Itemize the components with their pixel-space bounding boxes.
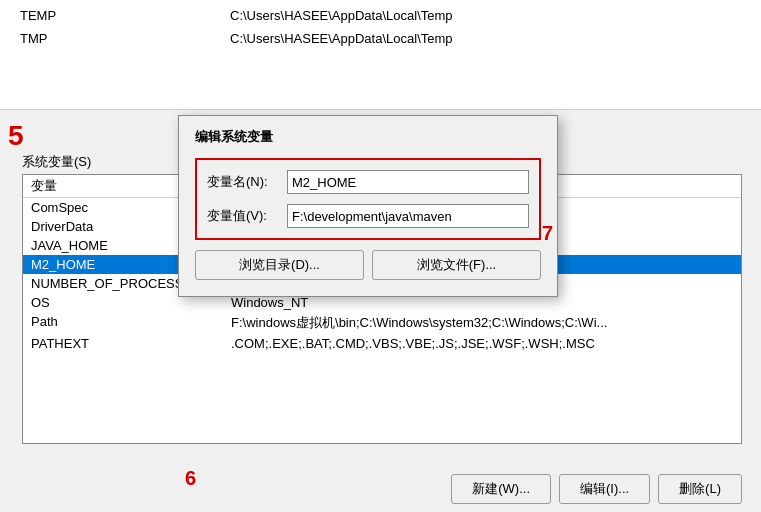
var-value-row: 变量值(V):: [207, 204, 529, 228]
env-name-temp: TEMP: [0, 0, 210, 27]
var-value-label: 变量值(V):: [207, 207, 287, 225]
edit-dialog: 编辑系统变量 变量名(N): 变量值(V): 浏览目录(D)... 浏览文件(F…: [178, 115, 558, 297]
var-value-pathext: .COM;.EXE;.BAT;.CMD;.VBS;.VBE;.JS;.JSE;.…: [231, 336, 733, 351]
bottom-buttons-row: 新建(W)... 编辑(I)... 删除(L): [22, 474, 742, 504]
step-6-label: 6: [185, 467, 196, 490]
top-env-table: TEMP C:\Users\HASEE\AppData\Local\Temp T…: [0, 0, 761, 50]
table-row: TEMP C:\Users\HASEE\AppData\Local\Temp: [0, 0, 761, 27]
step-7-label: 7: [542, 222, 553, 245]
dialog-title: 编辑系统变量: [195, 128, 541, 146]
var-value-os: Windows_NT: [231, 295, 733, 310]
list-item-pathext[interactable]: PATHEXT .COM;.EXE;.BAT;.CMD;.VBS;.VBE;.J…: [23, 334, 741, 353]
step-5-label: 5: [8, 120, 24, 152]
var-name-os: OS: [31, 295, 231, 310]
dialog-browse-row: 浏览目录(D)... 浏览文件(F)...: [195, 250, 541, 280]
top-env-section: TEMP C:\Users\HASEE\AppData\Local\Temp T…: [0, 0, 761, 110]
dialog-red-border: 变量名(N): 变量值(V):: [195, 158, 541, 240]
var-value-input[interactable]: [287, 204, 529, 228]
var-name-pathext: PATHEXT: [31, 336, 231, 351]
list-item-path[interactable]: Path F:\windows虚拟机\bin;C:\Windows\system…: [23, 312, 741, 334]
new-button[interactable]: 新建(W)...: [451, 474, 551, 504]
edit-button[interactable]: 编辑(I)...: [559, 474, 650, 504]
var-name-input[interactable]: [287, 170, 529, 194]
table-row: TMP C:\Users\HASEE\AppData\Local\Temp: [0, 27, 761, 50]
var-name-row: 变量名(N):: [207, 170, 529, 194]
delete-button[interactable]: 删除(L): [658, 474, 742, 504]
env-value-tmp: C:\Users\HASEE\AppData\Local\Temp: [210, 27, 761, 50]
env-name-tmp: TMP: [0, 27, 210, 50]
var-value-path: F:\windows虚拟机\bin;C:\Windows\system32;C:…: [231, 314, 733, 332]
var-name-label: 变量名(N):: [207, 173, 287, 191]
var-name-path: Path: [31, 314, 231, 332]
browse-file-button[interactable]: 浏览文件(F)...: [372, 250, 541, 280]
sys-var-section-label: 系统变量(S): [22, 153, 91, 171]
env-value-temp: C:\Users\HASEE\AppData\Local\Temp: [210, 0, 761, 27]
browse-dir-button[interactable]: 浏览目录(D)...: [195, 250, 364, 280]
